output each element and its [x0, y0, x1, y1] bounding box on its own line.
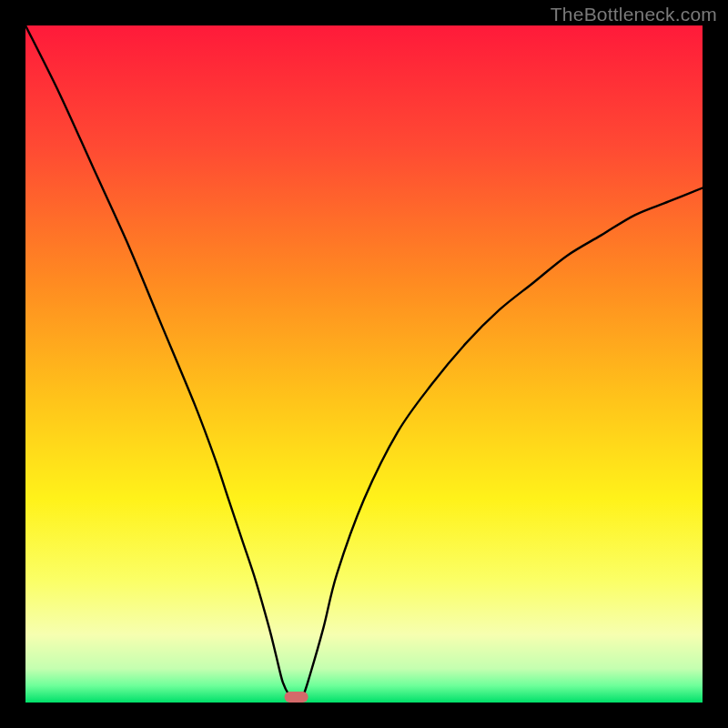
plot-area: [25, 25, 703, 703]
chart-svg: [25, 25, 703, 703]
chart-frame: TheBottleneck.com: [0, 0, 728, 728]
watermark-text: TheBottleneck.com: [551, 4, 717, 25]
gradient-background: [25, 25, 703, 703]
optimal-marker: [285, 692, 308, 703]
